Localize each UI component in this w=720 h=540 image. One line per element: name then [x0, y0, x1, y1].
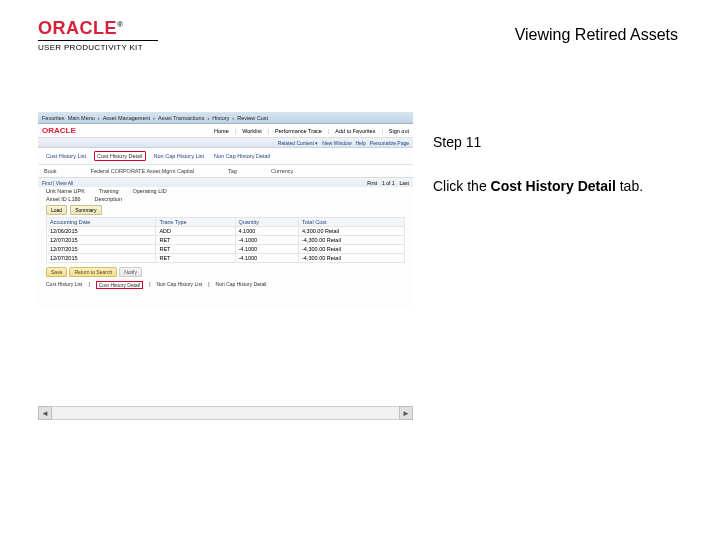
- embedded-screenshot: Favorites Main Menu› Asset Management› A…: [38, 112, 413, 308]
- tab-non-cap-history-list[interactable]: Non Cap History List: [152, 152, 206, 160]
- page-title: Viewing Retired Assets: [515, 26, 678, 44]
- description-label: Description: [95, 196, 123, 202]
- bottom-tab-noncap-detail[interactable]: Non Cap History Detail: [216, 281, 267, 289]
- save-button[interactable]: Save: [46, 267, 67, 277]
- currency-label: Currency: [271, 168, 293, 174]
- col-trans-type[interactable]: Trans Type: [156, 218, 235, 227]
- nav-link[interactable]: Performance Trace: [275, 128, 322, 134]
- last-link[interactable]: Last: [400, 180, 409, 186]
- instruction-pre: Click the: [433, 178, 491, 194]
- nav-link[interactable]: Sign out: [389, 128, 409, 134]
- oracle-tm: ®: [117, 20, 123, 29]
- tool-subbar: Related Content ▾ New Window Help Person…: [38, 138, 413, 148]
- col-total-cost[interactable]: Total Cost: [299, 218, 405, 227]
- oracle-logo: ORACLE®: [38, 18, 158, 39]
- kit-label: USER PRODUCTIVITY KIT: [38, 40, 158, 52]
- scroll-left-icon[interactable]: ◄: [38, 406, 52, 420]
- nav-link[interactable]: Home: [214, 128, 229, 134]
- oracle-logo-text: ORACLE: [38, 18, 117, 38]
- tab-non-cap-history-detail[interactable]: Non Cap History Detail: [212, 152, 272, 160]
- notify-button[interactable]: Notify: [119, 267, 142, 277]
- bottom-tab-noncap-list[interactable]: Non Cap History List: [156, 281, 202, 289]
- bottom-tab-cost-list[interactable]: Cost History List: [46, 281, 82, 289]
- personalize-link[interactable]: Personalize Page: [370, 140, 409, 146]
- record-range: 1 of 1: [382, 180, 395, 186]
- horizontal-scrollbar[interactable]: ◄ ►: [38, 406, 413, 420]
- book-text: Federal CORPORATE Asset Mgmt Capital: [91, 168, 195, 174]
- instruction-bold: Cost History Detail: [491, 178, 616, 194]
- step-label: Step 11: [433, 134, 481, 150]
- app-header: ORACLE Home| Worklist| Performance Trace…: [38, 124, 413, 138]
- return-to-search-button[interactable]: Return to Search: [69, 267, 117, 277]
- find-bar: Find | View All First 1 of 1 Last: [38, 177, 413, 187]
- table-row[interactable]: 12/07/2015 RET -4.1000 -4,300.00 Retail: [47, 245, 405, 254]
- table-row[interactable]: 12/07/2015 RET -4.1000 -4,300.00 Retail: [47, 236, 405, 245]
- new-window-link[interactable]: New Window: [322, 140, 351, 146]
- find-viewall-link[interactable]: Find | View All: [42, 180, 362, 186]
- breadcrumb-bar: Favorites Main Menu› Asset Management› A…: [38, 112, 413, 124]
- tag-label: Tag: [228, 168, 237, 174]
- operating-label: Operating LID: [133, 188, 167, 194]
- scroll-track[interactable]: [52, 406, 399, 420]
- page-tabs: Cost History List Cost History Detail No…: [38, 148, 413, 164]
- breadcrumb-item[interactable]: Favorites: [42, 115, 65, 121]
- action-buttons: Save Return to Search Notify: [38, 263, 413, 279]
- first-link[interactable]: First: [367, 180, 377, 186]
- breadcrumb-item[interactable]: History: [212, 115, 229, 121]
- scroll-right-icon[interactable]: ►: [399, 406, 413, 420]
- instruction-text: Click the Cost History Detail tab.: [433, 178, 643, 194]
- help-link[interactable]: Help: [356, 140, 366, 146]
- unit-label: Unit Name UPK: [46, 188, 85, 194]
- col-accounting-date[interactable]: Accounting Date: [47, 218, 156, 227]
- col-quantity[interactable]: Quantity: [235, 218, 299, 227]
- bottom-tab-links: Cost History List| Cost History Detail| …: [38, 279, 413, 291]
- breadcrumb-item[interactable]: Main Menu: [68, 115, 95, 121]
- bottom-tab-cost-detail[interactable]: Cost History Detail: [96, 281, 143, 289]
- breadcrumb-item[interactable]: Asset Management: [103, 115, 150, 121]
- nav-link[interactable]: Add to Favorites: [335, 128, 375, 134]
- oracle-mini-logo: ORACLE: [42, 126, 76, 135]
- cost-history-table: Accounting Date Trans Type Quantity Tota…: [46, 217, 405, 263]
- breadcrumb-item[interactable]: Asset Transactions: [158, 115, 204, 121]
- related-content-link[interactable]: Related Content ▾: [278, 140, 319, 146]
- tab-cost-history-list[interactable]: Cost History List: [44, 152, 88, 160]
- table-row[interactable]: 12/07/2015 RET -4.1000 -4,300.00 Retail: [47, 254, 405, 263]
- load-button[interactable]: Load: [46, 205, 67, 215]
- summary-button[interactable]: Summary: [70, 205, 101, 215]
- asset-id-label: Asset ID L186: [46, 196, 81, 202]
- book-label: Book: [44, 168, 57, 174]
- unit-training: Training: [99, 188, 119, 194]
- breadcrumb-item[interactable]: Review Cost: [237, 115, 268, 121]
- nav-link[interactable]: Worklist: [242, 128, 261, 134]
- tab-cost-history-detail[interactable]: Cost History Detail: [94, 151, 146, 161]
- instruction-post: tab.: [616, 178, 643, 194]
- table-row[interactable]: 12/06/2015 ADD 4.1000 4,300.00 Retail: [47, 227, 405, 236]
